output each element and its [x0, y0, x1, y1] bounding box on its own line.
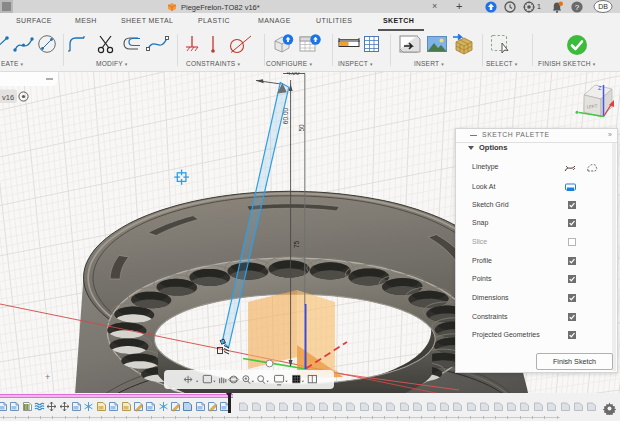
svg-text:+: + [45, 372, 50, 382]
svg-text:LEFT: LEFT [586, 104, 597, 110]
svg-text:v16: v16 [2, 93, 14, 102]
svg-text:DB: DB [598, 3, 608, 10]
svg-text:?: ? [575, 3, 580, 12]
svg-text:75: 75 [293, 241, 300, 249]
svg-text:50: 50 [298, 124, 305, 132]
svg-text:4.00: 4.00 [287, 72, 300, 76]
